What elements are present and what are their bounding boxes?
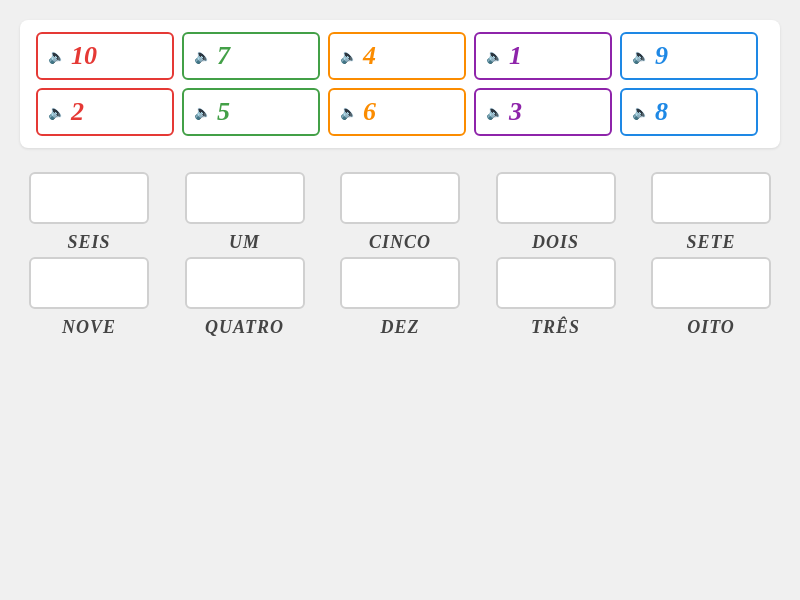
match-item-um: UM xyxy=(176,172,314,253)
drop-zone-cinco[interactable] xyxy=(340,172,460,224)
word-label-sete: SETE xyxy=(686,232,735,253)
drop-zone-um[interactable] xyxy=(185,172,305,224)
number-card-1[interactable]: 🔈1 xyxy=(474,32,612,80)
number-card-3[interactable]: 🔈3 xyxy=(474,88,612,136)
match-item-sete: SETE xyxy=(642,172,780,253)
matching-row-2: NOVEQUATRODEZTRÊSOITO xyxy=(20,257,780,338)
word-label-dez: DEZ xyxy=(381,317,420,338)
number-card-6[interactable]: 🔈6 xyxy=(328,88,466,136)
cards-row-1: 🔈10🔈7🔈4🔈1🔈9 xyxy=(36,32,764,80)
number-card-4[interactable]: 🔈4 xyxy=(328,32,466,80)
number-label-8: 8 xyxy=(655,97,668,127)
number-label-3: 3 xyxy=(509,97,522,127)
number-card-10[interactable]: 🔈10 xyxy=(36,32,174,80)
drop-zone-seis[interactable] xyxy=(29,172,149,224)
drop-zone-dez[interactable] xyxy=(340,257,460,309)
sound-icon: 🔈 xyxy=(340,104,357,121)
sound-icon: 🔈 xyxy=(486,104,503,121)
drop-zone-sete[interactable] xyxy=(651,172,771,224)
match-item-oito: OITO xyxy=(642,257,780,338)
sound-icon: 🔈 xyxy=(48,104,65,121)
number-label-7: 7 xyxy=(217,41,230,71)
number-card-8[interactable]: 🔈8 xyxy=(620,88,758,136)
word-label-um: UM xyxy=(229,232,260,253)
sound-icon: 🔈 xyxy=(194,48,211,65)
word-label-oito: OITO xyxy=(687,317,735,338)
drop-zone-dois[interactable] xyxy=(496,172,616,224)
number-card-7[interactable]: 🔈7 xyxy=(182,32,320,80)
sound-icon: 🔈 xyxy=(632,104,649,121)
number-label-6: 6 xyxy=(363,97,376,127)
sound-icon: 🔈 xyxy=(194,104,211,121)
cards-row-2: 🔈2🔈5🔈6🔈3🔈8 xyxy=(36,88,764,136)
word-label-seis: SEIS xyxy=(67,232,110,253)
match-item-dois: DOIS xyxy=(487,172,625,253)
word-label-cinco: CINCO xyxy=(369,232,431,253)
sound-icon: 🔈 xyxy=(486,48,503,65)
number-label-5: 5 xyxy=(217,97,230,127)
drop-zone-nove[interactable] xyxy=(29,257,149,309)
word-label-quatro: QUATRO xyxy=(205,317,284,338)
number-card-2[interactable]: 🔈2 xyxy=(36,88,174,136)
sound-icon: 🔈 xyxy=(340,48,357,65)
number-label-10: 10 xyxy=(71,41,97,71)
word-label-nove: NOVE xyxy=(62,317,116,338)
number-label-1: 1 xyxy=(509,41,522,71)
cards-container: 🔈10🔈7🔈4🔈1🔈9 🔈2🔈5🔈6🔈3🔈8 xyxy=(20,20,780,148)
word-label-três: TRÊS xyxy=(531,317,580,338)
number-card-9[interactable]: 🔈9 xyxy=(620,32,758,80)
match-item-dez: DEZ xyxy=(331,257,469,338)
number-label-2: 2 xyxy=(71,97,84,127)
number-label-4: 4 xyxy=(363,41,376,71)
number-label-9: 9 xyxy=(655,41,668,71)
sound-icon: 🔈 xyxy=(48,48,65,65)
sound-icon: 🔈 xyxy=(632,48,649,65)
number-card-5[interactable]: 🔈5 xyxy=(182,88,320,136)
drop-zone-oito[interactable] xyxy=(651,257,771,309)
match-item-seis: SEIS xyxy=(20,172,158,253)
match-item-cinco: CINCO xyxy=(331,172,469,253)
matching-section: SEISUMCINCODOISSETE NOVEQUATRODEZTRÊSOIT… xyxy=(20,172,780,338)
matching-row-1: SEISUMCINCODOISSETE xyxy=(20,172,780,253)
match-item-quatro: QUATRO xyxy=(176,257,314,338)
match-item-nove: NOVE xyxy=(20,257,158,338)
match-item-três: TRÊS xyxy=(487,257,625,338)
drop-zone-quatro[interactable] xyxy=(185,257,305,309)
drop-zone-três[interactable] xyxy=(496,257,616,309)
word-label-dois: DOIS xyxy=(532,232,579,253)
